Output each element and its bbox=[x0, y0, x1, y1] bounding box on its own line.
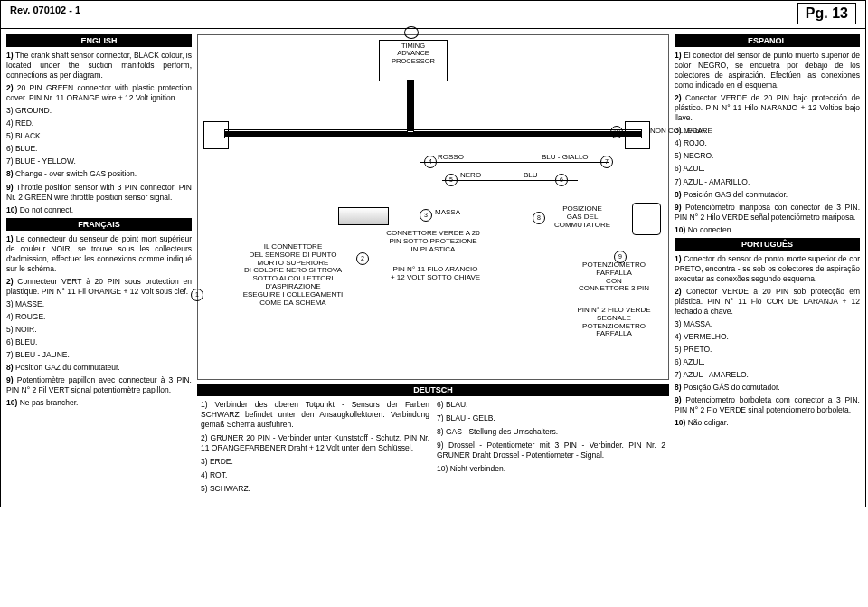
harness-line bbox=[408, 81, 413, 132]
en-p8: 8) Change - over switch GAS position. bbox=[6, 169, 192, 179]
de-p7: 7) BLAU - GELB. bbox=[437, 413, 665, 423]
marker-8: 8 bbox=[533, 212, 545, 224]
nero-label: NERO bbox=[460, 172, 481, 180]
deutsch-col-right: 6) BLAU. 7) BLAU - GELB. 8) GAS - Stellu… bbox=[433, 396, 669, 501]
en-p2: 2) 20 PIN GREEN connector with plastic p… bbox=[6, 83, 192, 103]
fr-p2: 2) Connecteur VERT à 20 PIN sous protect… bbox=[6, 277, 192, 297]
pt-p2: 2) Conector VERDE a 20 PIN sob protecção… bbox=[675, 287, 860, 317]
blu-label: BLU bbox=[524, 172, 538, 180]
pin11-label: PIN N° 11 FILO ARANCIO + 12 VOLT SOTTO C… bbox=[374, 266, 496, 282]
espanol-title: ESPANOL bbox=[675, 34, 860, 47]
pt-p7: 7) AZUL - AMARELO. bbox=[675, 370, 860, 380]
wiring-diagram: TIMING ADVANCE PROCESSOR 1 IL CONNETTORE… bbox=[197, 34, 669, 380]
marker-3: 3 bbox=[420, 209, 432, 222]
pt-p6: 6) AZUL. bbox=[675, 357, 860, 367]
content-area: ENGLISH 1) The crank shaft sensor connec… bbox=[1, 29, 865, 507]
es-p6: 6) AZUL. bbox=[675, 164, 860, 174]
marker-2: 2 bbox=[356, 252, 369, 265]
pt-p5: 5) PRETO. bbox=[675, 345, 860, 355]
fr-p7: 7) BLEU - JAUNE. bbox=[6, 350, 192, 360]
potentiometer-icon bbox=[632, 203, 661, 235]
de-p2: 2) GRUNER 20 PIN - Verbinder unter Kunst… bbox=[201, 433, 429, 453]
marker-7: 7 bbox=[600, 156, 613, 168]
pt-p10: 10) Não coligar. bbox=[675, 418, 860, 428]
es-p9: 9) Potenciómetro mariposa con conector d… bbox=[675, 203, 860, 223]
pt-p4: 4) VERMELHO. bbox=[675, 332, 860, 342]
posizione-label: POSIZIONE GAS DEL COMMUTATORE bbox=[546, 205, 618, 229]
pt-p3: 3) MASSA. bbox=[675, 319, 860, 329]
fr-p1: 1) Le connecteur du senseur de point mor… bbox=[6, 234, 192, 274]
fr-p5: 5) NOIR. bbox=[6, 325, 192, 335]
es-p7: 7) AZUL - AMARILLO. bbox=[675, 177, 860, 187]
deutsch-columns: 1) Verbinder des oberen Totpunkt - Senso… bbox=[197, 396, 669, 501]
de-p10: 10) Nicht verbinden. bbox=[437, 464, 665, 474]
conn-verde-label: CONNETTORE VERDE A 20 PIN SOTTO PROTEZIO… bbox=[370, 230, 496, 253]
page-number: Pg. 13 bbox=[797, 3, 856, 24]
timing-advance-processor-box: TIMING ADVANCE PROCESSOR bbox=[379, 40, 448, 81]
es-p5: 5) NEGRO. bbox=[675, 151, 860, 161]
deutsch-col-left: 1) Verbinder des oberen Totpunkt - Senso… bbox=[197, 396, 433, 501]
non-collegare-label: NON COLLEGARE bbox=[625, 128, 731, 136]
english-title: ENGLISH bbox=[6, 34, 192, 47]
es-p8: 8) Posición GAS del conmutador. bbox=[675, 190, 860, 200]
marker-4: 4 bbox=[424, 156, 437, 168]
de-p9: 9) Drossel - Potentiometer mit 3 PIN - V… bbox=[437, 441, 665, 460]
blu-giallo-label: BLU - GIALLO bbox=[542, 154, 589, 162]
fr-p4: 4) ROUGE. bbox=[6, 312, 192, 322]
pt-p8: 8) Posição GÁS do comutador. bbox=[675, 383, 860, 393]
en-p3: 3) GROUND. bbox=[6, 106, 192, 116]
tap-loop-icon bbox=[404, 26, 419, 39]
de-p8: 8) GAS - Stellung des Umschalters. bbox=[437, 427, 665, 437]
en-p6: 6) BLUE. bbox=[6, 144, 192, 154]
es-p10: 10) No conecten. bbox=[675, 225, 860, 235]
marker-1: 1 bbox=[191, 289, 203, 301]
left-column: ENGLISH 1) The crank shaft sensor connec… bbox=[6, 34, 192, 501]
de-p5: 5) SCHWARZ. bbox=[201, 484, 429, 494]
page: Rev. 070102 - 1 Pg. 13 ENGLISH 1) The cr… bbox=[0, 0, 866, 507]
fr-p8: 8) Position GAZ du commutateur. bbox=[6, 363, 192, 373]
en-p4: 4) RED. bbox=[6, 119, 192, 128]
en-p5: 5) BLACK. bbox=[6, 131, 192, 141]
marker-6: 6 bbox=[555, 174, 568, 186]
fr-p9: 9) Potentiomètre papillon avec connecteu… bbox=[6, 375, 192, 395]
en-p1: 1) The crank shaft sensor connector, BLA… bbox=[6, 51, 192, 81]
massa-label: MASSA bbox=[435, 209, 460, 217]
fr-p6: 6) BLEU. bbox=[6, 337, 192, 347]
es-p1: 1) El conector del sensor de punto muert… bbox=[675, 51, 860, 90]
francais-title: FRANÇAIS bbox=[6, 218, 192, 231]
right-column: ESPANOL 1) El conector del sensor de pun… bbox=[675, 34, 860, 501]
rosso-label: ROSSO bbox=[438, 154, 464, 162]
fr-p10: 10) Ne pas brancher. bbox=[6, 398, 192, 408]
es-p4: 4) ROJO. bbox=[675, 138, 860, 148]
pt-p1: 1) Conector do sensor de ponto morte sup… bbox=[675, 254, 860, 284]
marker-10: 10 bbox=[610, 126, 623, 138]
fr-p3: 3) MASSE. bbox=[6, 299, 192, 309]
de-p6: 6) BLAU. bbox=[437, 400, 665, 410]
harness-line bbox=[225, 130, 641, 138]
portugues-title: PORTUGUÊS bbox=[675, 238, 860, 251]
il-connettore-label: IL CONNETTORE DEL SENSORE DI PUNTO MORTO… bbox=[234, 243, 352, 307]
pt-p9: 9) Potenciometro borboleta com conector … bbox=[675, 395, 860, 415]
connector-white-icon bbox=[338, 207, 389, 225]
wire-line bbox=[420, 162, 609, 163]
en-p9: 9) Throttle position sensor with 3 PIN c… bbox=[6, 183, 192, 203]
de-p4: 4) ROT. bbox=[201, 470, 429, 480]
de-p3: 3) ERDE. bbox=[201, 457, 429, 467]
middle-column: TIMING ADVANCE PROCESSOR 1 IL CONNETTORE… bbox=[192, 34, 675, 501]
en-p7: 7) BLUE - YELLOW. bbox=[6, 156, 192, 166]
pin2-label: PIN N° 2 FILO VERDE SEGNALE POTENZIOMETR… bbox=[564, 307, 664, 338]
connector-1-icon bbox=[203, 121, 229, 149]
header: Rev. 070102 - 1 Pg. 13 bbox=[1, 1, 865, 29]
es-p2: 2) Conector VERDE de 20 PIN bajo protecc… bbox=[675, 93, 860, 123]
potenz-label: POTENZIOMETRO FARFALLA CON CONNETTORE 3 … bbox=[564, 261, 664, 293]
en-p10: 10) Do not connect. bbox=[6, 205, 192, 215]
revision-label: Rev. 070102 - 1 bbox=[10, 5, 80, 24]
deutsch-title: DEUTSCH bbox=[197, 384, 669, 396]
de-p1: 1) Verbinder des oberen Totpunkt - Senso… bbox=[201, 400, 429, 430]
marker-5: 5 bbox=[445, 174, 458, 186]
